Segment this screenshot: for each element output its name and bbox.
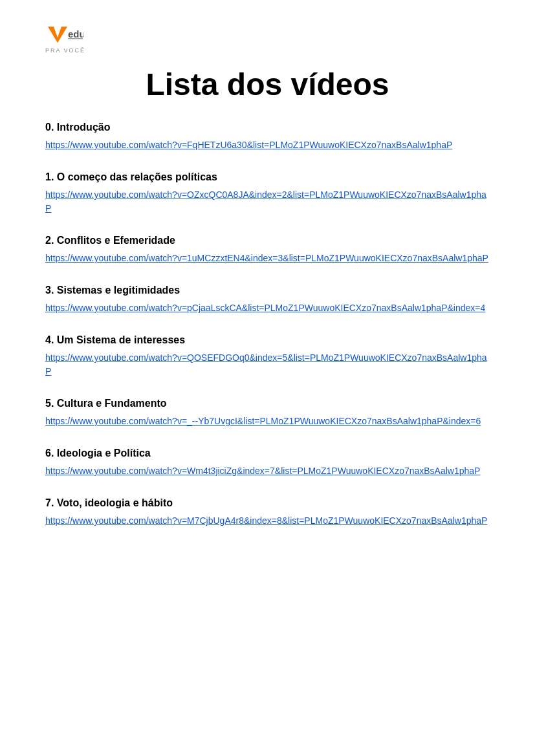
video-list: 0. Introduçãohttps://www.youtube.com/wat… (45, 122, 490, 528)
list-item: 0. Introduçãohttps://www.youtube.com/wat… (45, 122, 490, 152)
video-title: 1. O começo das relações políticas (45, 171, 490, 183)
logo-image: educa (48, 19, 83, 49)
veduca-logo-icon: educa (48, 19, 83, 49)
video-link[interactable]: https://www.youtube.com/watch?v=_--Yb7Uv… (45, 415, 490, 428)
video-title: 7. Voto, ideologia e hábito (45, 497, 490, 509)
video-title: 3. Sistemas e legitimidades (45, 285, 490, 296)
video-link[interactable]: https://www.youtube.com/watch?v=pCjaaLsc… (45, 301, 490, 315)
video-title: 0. Introdução (45, 122, 490, 133)
video-link[interactable]: https://www.youtube.com/watch?v=FqHETzU6… (45, 138, 490, 152)
list-item: 1. O começo das relações políticashttps:… (45, 171, 490, 215)
video-title: 4. Um Sistema de interesses (45, 334, 490, 346)
video-title: 2. Conflitos e Efemeridade (45, 235, 490, 246)
video-link[interactable]: https://www.youtube.com/watch?v=OZxcQC0A… (45, 188, 490, 215)
video-link[interactable]: https://www.youtube.com/watch?v=1uMCzzxt… (45, 252, 490, 265)
header: educa PRA VOCÊ (45, 19, 490, 54)
list-item: 3. Sistemas e legitimidadeshttps://www.y… (45, 285, 490, 315)
video-link[interactable]: https://www.youtube.com/watch?v=M7CjbUgA… (45, 514, 490, 528)
logo-subtext: PRA VOCÊ (45, 47, 85, 54)
video-link[interactable]: https://www.youtube.com/watch?v=Wm4t3jic… (45, 464, 490, 478)
video-title: 6. Ideologia e Política (45, 448, 490, 459)
list-item: 6. Ideologia e Políticahttps://www.youtu… (45, 448, 490, 478)
svg-marker-0 (48, 27, 67, 43)
page-title: Lista dos vídeos (45, 67, 490, 102)
logo: educa PRA VOCÊ (45, 19, 85, 54)
list-item: 7. Voto, ideologia e hábitohttps://www.y… (45, 497, 490, 528)
video-link[interactable]: https://www.youtube.com/watch?v=QOSEFDGO… (45, 351, 490, 378)
list-item: 5. Cultura e Fundamentohttps://www.youtu… (45, 398, 490, 428)
list-item: 4. Um Sistema de interesseshttps://www.y… (45, 334, 490, 378)
list-item: 2. Conflitos e Efemeridadehttps://www.yo… (45, 235, 490, 265)
svg-text:educa: educa (68, 28, 83, 39)
video-title: 5. Cultura e Fundamento (45, 398, 490, 409)
